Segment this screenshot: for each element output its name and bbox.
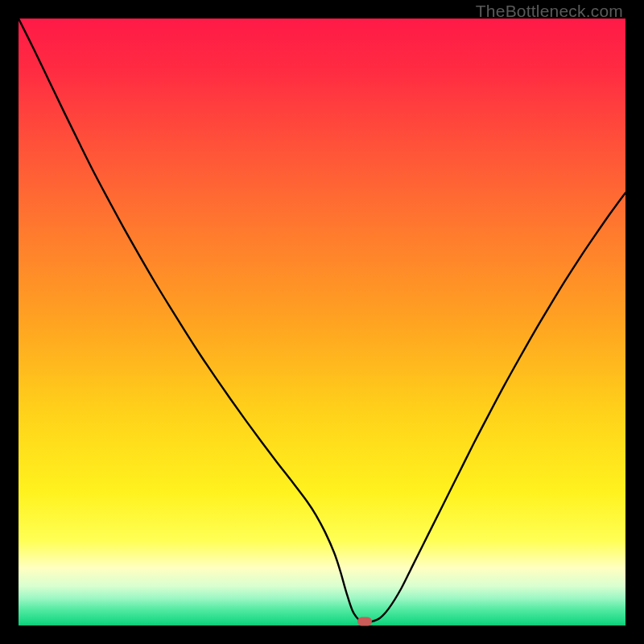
chart-frame: [19, 19, 625, 625]
optimal-point-marker: [357, 617, 372, 626]
watermark-text: TheBottleneck.com: [476, 2, 623, 21]
gradient-background: [19, 19, 625, 625]
bottleneck-chart: [19, 19, 625, 625]
